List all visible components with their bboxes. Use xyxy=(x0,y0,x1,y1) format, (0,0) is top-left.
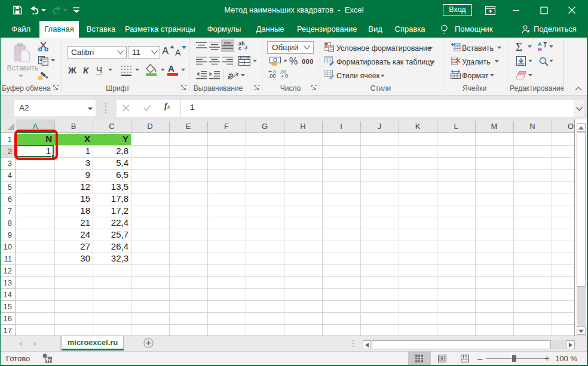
svg-text:c: c xyxy=(238,45,241,51)
svg-text:0: 0 xyxy=(273,69,276,75)
svg-text:ab: ab xyxy=(228,71,234,81)
svg-text:0: 0 xyxy=(285,73,288,78)
svg-text:Я: Я xyxy=(538,47,541,51)
